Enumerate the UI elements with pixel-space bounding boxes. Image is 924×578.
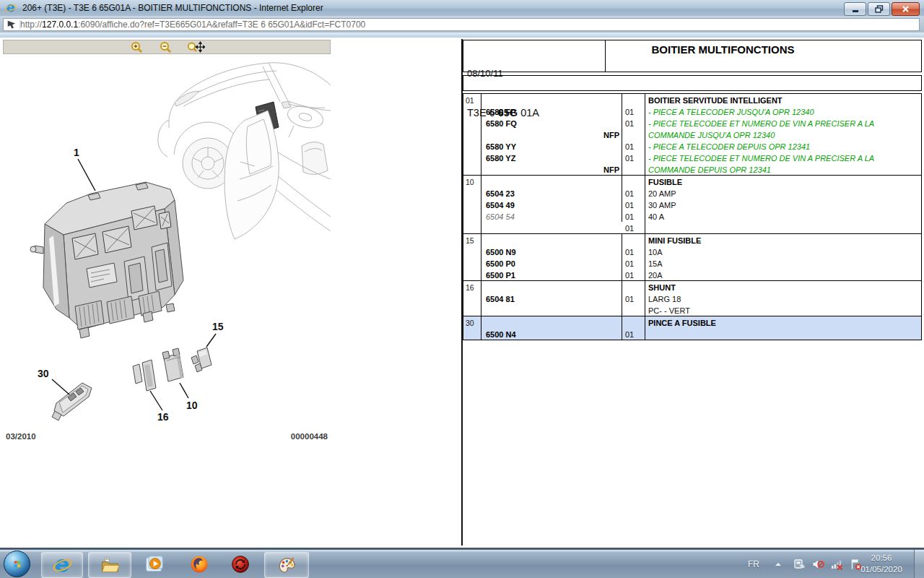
show-desktop-button[interactable] [914,550,924,578]
part-number-cell[interactable]: 6504 23 [481,187,622,199]
part-number-cell[interactable]: 6504 49 [481,199,622,210]
start-button[interactable] [4,551,30,577]
description-cell: FUSIBLE [645,176,921,187]
url-path: :6090/affiche.do?ref=T3E665G01A&refaff=T… [78,20,365,30]
qty-cell: 01 [622,293,645,304]
description-cell: 15A [645,257,921,269]
taskbar-internet-explorer[interactable] [41,552,83,578]
part-number-cell: NFP [481,163,622,175]
page-icon [4,20,20,30]
part-number-cell[interactable]: 6500 P0 [481,257,622,269]
qty-cell: 01 [622,328,645,340]
window-titlebar: 206+ (T3E) - T3E 6 65G01A - BOITIER MULT… [0,0,924,17]
close-button[interactable] [892,2,920,16]
zoom-out-icon[interactable] [157,41,176,53]
description-cell [645,328,921,340]
part-number-cell[interactable]: 6580 FP [481,105,622,117]
diagnostic-tool-icon [230,554,250,574]
part-number-cell[interactable]: 6504 54 [481,210,622,222]
description-cell: SHUNT [645,281,921,293]
media-player-icon [144,554,165,574]
part-number-cell[interactable]: 6580 YY [481,140,622,152]
callout-1: 1 [74,147,79,158]
part-number-cell[interactable]: 6580 YZ [481,152,622,163]
doc-title: BOITIER MULTIFONCTIONS [606,40,921,72]
internet-explorer-icon [53,556,72,575]
description-cell: LARG 18 [645,293,921,304]
url-host: 127.0.0.1 [42,20,78,30]
zoom-pan-icon[interactable] [186,41,205,53]
clock[interactable]: 20:56 01/05/2020 [853,552,910,575]
qty-cell: 01 [622,152,645,163]
minimize-button[interactable] [844,2,866,16]
part-number-cell [481,281,622,293]
qty-cell [622,176,645,187]
address-input[interactable]: http://127.0.0.1:6090/affiche.do?ref=T3E… [3,18,920,31]
part-number-cell[interactable]: 6500 N9 [481,246,622,257]
folder-icon [100,556,120,574]
taskbar-firefox[interactable] [183,553,215,575]
part-number-cell[interactable]: 6580 FQ [481,117,622,129]
qty-cell: 01 [622,257,645,269]
qty-cell: 01 [622,117,645,129]
network-offline-icon[interactable] [829,550,845,578]
language-indicator[interactable]: FR [744,550,764,578]
qty-cell: 01 [622,246,645,257]
description-cell: COMMANDE DEPUIS OPR 12341 [645,163,921,175]
part-number-cell [481,234,622,246]
qty-cell: 01 [622,210,645,222]
part-number-cell [481,316,622,328]
part-number-cell [481,94,622,105]
taskbar: FR [0,549,924,578]
description-cell: MINI FUSIBLE [645,234,921,246]
qty-cell [622,281,645,293]
qty-cell: 01 [622,105,645,117]
part-number-cell: NFP [481,129,622,140]
description-cell: BOITIER SERVITUDE INTELLIGENT [645,94,921,105]
windows-logo-icon [10,557,25,571]
description-cell: PINCE A FUSIBLE [645,316,921,328]
drawing-date: 03/2010 [6,432,36,441]
desktop: 206+ (T3E) - T3E 6 65G01A - BOITIER MULT… [0,0,924,578]
taskbar-windows-explorer[interactable] [88,552,131,578]
paint-icon [276,556,297,575]
taskbar-diagnostic-tool[interactable] [224,553,257,575]
parts-header: 08/10/11 T3E 6 65G 01A BOITIER MULTIFONC… [463,40,922,72]
car-sketch [158,63,331,239]
parts-section-30: 30PINCE A FUSIBLE6500 N401 [463,316,921,340]
part-number-cell[interactable]: 6500 P1 [481,269,622,280]
description-cell: 20A [645,269,921,280]
taskbar-media-player[interactable] [140,553,169,575]
hardware-icon[interactable] [791,550,807,578]
parts-section-10: 10FUSIBLE6504 230120 AMP6504 490130 AMP6… [463,175,921,233]
taskbar-paint[interactable] [264,552,309,578]
part-number-cell[interactable]: 6504 81 [481,293,622,304]
qty-cell: 01 [622,187,645,199]
qty-cell [622,94,645,105]
qty-cell [622,129,645,140]
qty-cell: 01 [622,140,645,152]
callout-16: 16 [157,411,169,423]
description-cell: 20 AMP [645,187,921,199]
url-protocol: http:// [20,20,42,30]
qty-cell: 01 [622,199,645,210]
volume-muted-icon[interactable] [810,550,826,578]
part-number-cell [481,176,622,187]
parts-section-16: 16SHUNT6504 8101LARG 18PC- - VERT [463,280,921,316]
tray-time: 20:56 [853,552,910,564]
part-number-cell [481,304,622,316]
parts-section-15: 15MINI FUSIBLE6500 N90110A6500 P00115A65… [463,233,921,280]
description-cell: 40 A [645,210,921,222]
callout-15: 15 [212,321,224,332]
tray-date: 01/05/2020 [853,564,910,575]
qty-cell: 01 [622,269,645,280]
header-spacer-row [463,75,922,91]
description-cell: - PIECE TELECODEE ET NUMERO DE VIN A PRE… [645,152,921,163]
page-content: 1 15 30 16 10 03/2010 00000448 08/10/11 … [0,38,924,548]
restore-button[interactable] [868,2,890,16]
ref-cell: 30 [463,316,481,340]
part-number-cell[interactable]: 6500 N4 [481,328,622,340]
description-cell: - PIECE TELECODEE ET NUMERO DE VIN A PRE… [645,117,921,129]
zoom-in-icon[interactable] [128,41,147,53]
hidden-icons-chevron[interactable] [771,550,785,578]
